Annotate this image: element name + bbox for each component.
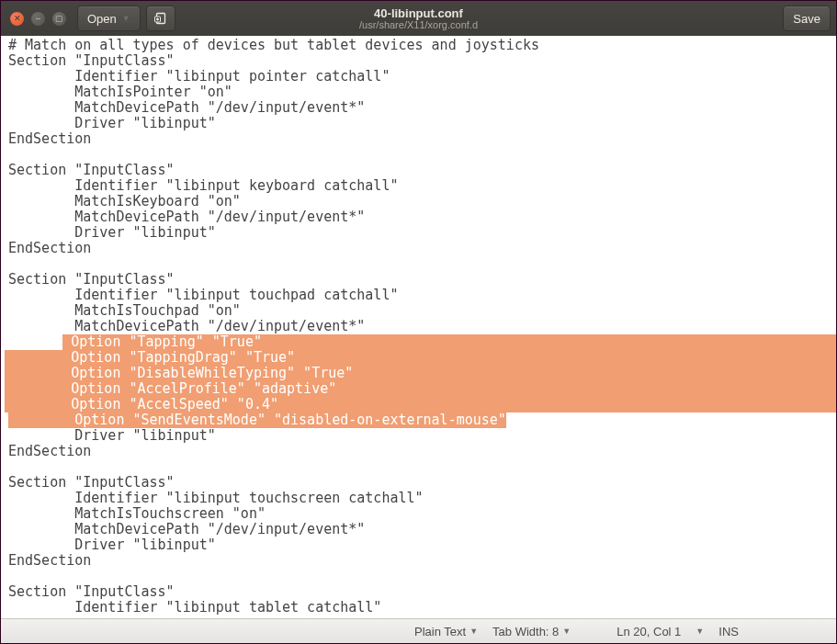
text-editor[interactable]: # Match on all types of devices but tabl…	[1, 36, 836, 618]
cursor-position[interactable]: Ln 20, Col 1	[611, 625, 686, 638]
new-tab-button[interactable]	[146, 6, 175, 31]
editor-line: MatchIsTouchscreen "on"	[5, 506, 836, 522]
editor-line: Option "TappingDrag" "True"	[5, 350, 836, 366]
editor-line: EndSection	[5, 131, 836, 147]
tab-width-label: Tab Width: 8	[492, 625, 559, 638]
document-title: 40-libinput.conf	[374, 6, 463, 20]
editor-line: Identifier "libinput pointer catchall"	[5, 69, 836, 85]
editor-line: Option "DisableWhileTyping" "True"	[5, 366, 836, 381]
editor-line: Identifier "libinput keyboard catchall"	[5, 178, 836, 194]
chevron-down-icon: ▼	[562, 627, 571, 636]
editor-line: EndSection	[5, 241, 836, 256]
tab-width-selector[interactable]: Tab Width: 8 ▼	[487, 625, 576, 638]
editor-line	[5, 147, 836, 163]
open-button-label: Open	[87, 12, 117, 26]
editor-line: MatchIsKeyboard "on"	[5, 194, 836, 209]
syntax-mode-selector[interactable]: Plain Text ▼	[409, 625, 483, 638]
save-button[interactable]: Save	[783, 6, 831, 31]
editor-line: Section "InputClass"	[5, 272, 836, 288]
insert-mode-toggle[interactable]: INS	[713, 625, 744, 638]
editor-line: MatchDevicePath "/dev/input/event*"	[5, 100, 836, 116]
window-close-button[interactable]: ✕	[10, 12, 24, 26]
editor-line: MatchDevicePath "/dev/input/event*"	[5, 209, 836, 225]
editor-line	[5, 256, 836, 272]
cursor-position-menu[interactable]: ▼	[690, 627, 709, 636]
editor-line: Driver "libinput"	[5, 537, 836, 553]
editor-line: Section "InputClass"	[5, 53, 836, 69]
insert-mode-label: INS	[718, 625, 739, 638]
open-button[interactable]: Open ▼	[77, 6, 141, 31]
chevron-down-icon: ▼	[469, 627, 478, 636]
editor-line: MatchIsTouchpad "on"	[5, 303, 836, 319]
editor-line: MatchIsPointer "on"	[5, 85, 836, 100]
chevron-down-icon: ▼	[122, 14, 130, 23]
editor-line: Identifier "libinput tablet catchall"	[5, 600, 836, 616]
status-bar: Plain Text ▼ Tab Width: 8 ▼ Ln 20, Col 1…	[1, 618, 836, 643]
editor-line: Section "InputClass"	[5, 475, 836, 491]
window-controls: ✕ – ▢	[6, 12, 72, 26]
editor-line: MatchDevicePath "/dev/input/event*"	[5, 319, 836, 334]
new-document-icon	[154, 12, 167, 25]
editor-line	[5, 569, 836, 584]
editor-line: EndSection	[5, 553, 836, 569]
editor-line: Option "AccelProfile" "adaptive"	[5, 381, 836, 397]
chevron-down-icon: ▼	[696, 627, 704, 636]
editor-line: Section "InputClass"	[5, 584, 836, 600]
editor-line: Option "SendEventsMode" "disabled-on-ext…	[5, 412, 836, 428]
editor-line: Identifier "libinput touchscreen catchal…	[5, 491, 836, 506]
editor-line: Driver "libinput"	[5, 428, 836, 444]
editor-line: Driver "libinput"	[5, 225, 836, 241]
editor-line: Identifier "libinput touchpad catchall"	[5, 288, 836, 303]
cursor-position-label: Ln 20, Col 1	[616, 625, 681, 638]
header-bar: ✕ – ▢ Open ▼ 40-libinput.conf /usr/share…	[1, 1, 836, 36]
syntax-mode-label: Plain Text	[414, 625, 466, 638]
editor-line: Driver "libinput"	[5, 116, 836, 131]
window-maximize-button[interactable]: ▢	[52, 12, 66, 26]
document-path: /usr/share/X11/xorg.conf.d	[359, 19, 478, 30]
editor-line: EndSection	[5, 444, 836, 459]
window-minimize-button[interactable]: –	[31, 12, 45, 26]
editor-line	[5, 459, 836, 475]
editor-line: Section "InputClass"	[5, 163, 836, 178]
editor-line: # Match on all types of devices but tabl…	[5, 38, 836, 53]
save-button-label: Save	[793, 12, 820, 26]
editor-line: Option "Tapping" "True"	[5, 334, 836, 350]
editor-line: MatchDevicePath "/dev/input/event*"	[5, 522, 836, 537]
editor-line: Option "AccelSpeed" "0.4"	[5, 397, 836, 412]
